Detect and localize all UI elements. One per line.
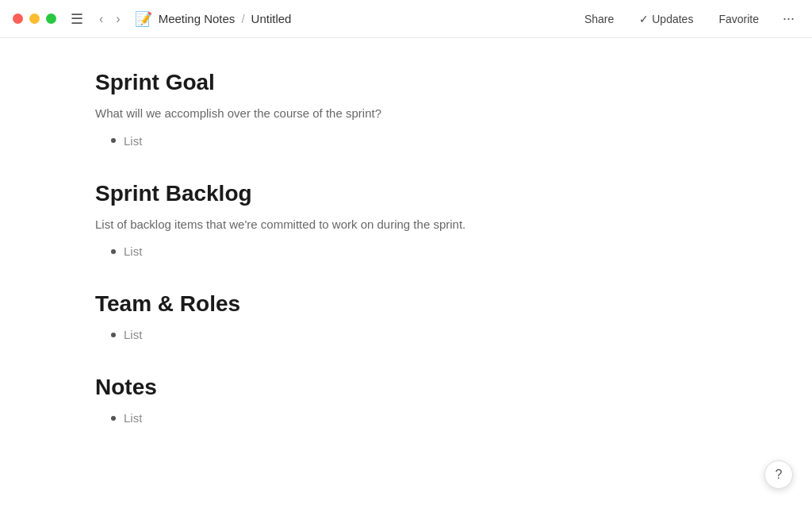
sprint-goal-list-text: List	[124, 134, 142, 148]
back-icon: ‹	[99, 12, 103, 26]
sprint-backlog-list-text: List	[124, 244, 142, 258]
favorite-button[interactable]: Favorite	[712, 10, 765, 29]
notes-heading: Notes	[95, 375, 717, 400]
nav-controls: ‹ ›	[94, 9, 125, 29]
team-roles-heading: Team & Roles	[95, 291, 717, 317]
help-button[interactable]: ?	[764, 460, 793, 489]
sprint-backlog-list-item[interactable]: List	[95, 243, 717, 260]
team-roles-list-item[interactable]: List	[95, 326, 717, 343]
breadcrumb-parent[interactable]: Meeting Notes	[159, 12, 236, 25]
notes-list-text: List	[124, 411, 142, 425]
sidebar-toggle-button[interactable]: ☰	[66, 7, 88, 31]
close-button[interactable]	[13, 13, 23, 24]
page-icon: 📝	[135, 10, 152, 28]
minimize-button[interactable]	[29, 13, 40, 24]
forward-button[interactable]: ›	[111, 9, 124, 29]
check-icon: ✓	[639, 13, 649, 25]
bullet-icon	[111, 249, 116, 254]
notes-section: Notes List	[95, 375, 717, 426]
sprint-goal-heading: Sprint Goal	[95, 70, 717, 95]
share-button[interactable]: Share	[578, 10, 620, 29]
sprint-backlog-description: List of backlog items that we're committ…	[95, 216, 717, 234]
breadcrumb: 📝 Meeting Notes / Untitled	[135, 10, 578, 28]
window-controls	[13, 13, 56, 24]
forward-icon: ›	[116, 12, 120, 26]
team-roles-list-text: List	[124, 328, 142, 341]
titlebar-actions: Share ✓ Updates Favorite ···	[578, 7, 799, 30]
notes-list-item[interactable]: List	[95, 410, 717, 426]
sprint-backlog-section: Sprint Backlog List of backlog items tha…	[95, 181, 717, 260]
sprint-backlog-heading: Sprint Backlog	[95, 181, 717, 206]
team-roles-section: Team & Roles List	[95, 291, 717, 343]
main-content: Sprint Goal What will we accomplish over…	[0, 38, 812, 508]
bullet-icon	[111, 333, 116, 337]
hamburger-icon: ☰	[71, 10, 83, 28]
updates-label: Updates	[652, 13, 693, 25]
bullet-icon	[111, 138, 116, 143]
updates-button[interactable]: ✓ Updates	[633, 10, 699, 29]
sprint-goal-list-item[interactable]: List	[95, 133, 717, 149]
bullet-icon	[111, 416, 116, 421]
more-button[interactable]: ···	[778, 7, 799, 30]
breadcrumb-current: Untitled	[251, 12, 292, 25]
breadcrumb-separator: /	[241, 12, 244, 25]
maximize-button[interactable]	[46, 13, 56, 24]
sprint-goal-description: What will we accomplish over the course …	[95, 105, 717, 123]
back-button[interactable]: ‹	[94, 9, 108, 29]
sprint-goal-section: Sprint Goal What will we accomplish over…	[95, 70, 717, 149]
titlebar: ☰ ‹ › 📝 Meeting Notes / Untitled Share ✓…	[0, 0, 812, 38]
